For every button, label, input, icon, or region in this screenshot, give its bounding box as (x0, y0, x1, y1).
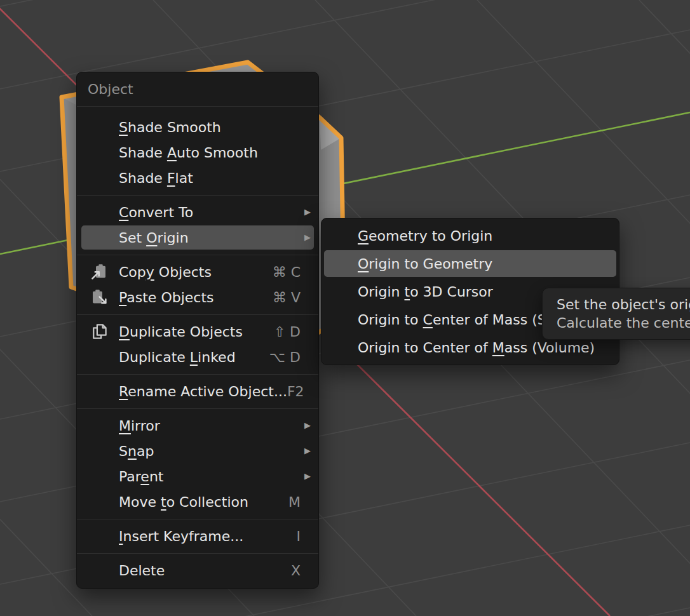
menu-item-mirror[interactable]: Mirror ▶ (77, 413, 318, 438)
tooltip: Set the object's origin Calculate the ce… (542, 288, 690, 340)
menu-body: Shade Smooth Shade Auto Smooth Shade Fla… (77, 107, 318, 583)
submenu-arrow-icon: ▶ (304, 438, 311, 464)
menu-item-duplicate-linked[interactable]: Duplicate Linked ⌥ D (77, 344, 318, 370)
submenu-arrow-icon: ▶ (304, 199, 311, 225)
menu-separator (77, 370, 318, 378)
menu-item-insert-keyframe[interactable]: Insert Keyframe... I (77, 523, 318, 549)
menu-item-paste-objects[interactable]: Paste Objects ⌘ V (77, 285, 318, 310)
menu-title: Object (77, 72, 318, 107)
menu-item-snap[interactable]: Snap ▶ (77, 438, 318, 464)
menu-item-convert-to[interactable]: Convert To ▶ (77, 199, 318, 225)
paste-objects-icon (90, 288, 109, 307)
menu-separator (77, 549, 318, 558)
submenu-arrow-icon: ▶ (304, 464, 311, 489)
menu-item-shade-smooth[interactable]: Shade Smooth (77, 114, 318, 140)
menu-separator (77, 250, 318, 259)
tooltip-description: Calculate the center (557, 314, 690, 332)
menu-separator (77, 514, 318, 523)
submenu-item-origin-to-geometry[interactable]: Origin to Geometry (321, 250, 619, 278)
menu-separator (77, 404, 318, 413)
menu-item-parent[interactable]: Parent ▶ (77, 464, 318, 489)
menu-item-delete[interactable]: Delete X (77, 558, 318, 583)
blender-3d-viewport-screen: { "viewport": { "background_color": "#3d… (0, 0, 690, 616)
submenu-arrow-icon: ▶ (304, 225, 311, 250)
menu-item-move-to-collection[interactable]: Move to Collection M (77, 489, 318, 514)
submenu-item-geometry-to-origin[interactable]: Geometry to Origin (321, 222, 619, 250)
menu-item-copy-objects[interactable]: Copy Objects ⌘ C (77, 259, 318, 285)
object-context-menu: Object Shade Smooth Shade Auto Smooth Sh… (76, 72, 319, 589)
menu-item-rename-active-object[interactable]: Rename Active Object... F2 (77, 378, 318, 404)
menu-item-shade-flat[interactable]: Shade Flat (77, 165, 318, 191)
copy-objects-icon (90, 262, 109, 281)
menu-item-duplicate-objects[interactable]: Duplicate Objects ⇧ D (77, 319, 318, 344)
tooltip-title: Set the object's origin (557, 295, 690, 314)
menu-separator (77, 191, 318, 199)
menu-item-shade-auto-smooth[interactable]: Shade Auto Smooth (77, 140, 318, 165)
duplicate-objects-icon (90, 322, 109, 341)
submenu-arrow-icon: ▶ (304, 413, 311, 438)
menu-separator (77, 310, 318, 319)
menu-item-set-origin[interactable]: Set Origin ▶ (77, 225, 318, 250)
